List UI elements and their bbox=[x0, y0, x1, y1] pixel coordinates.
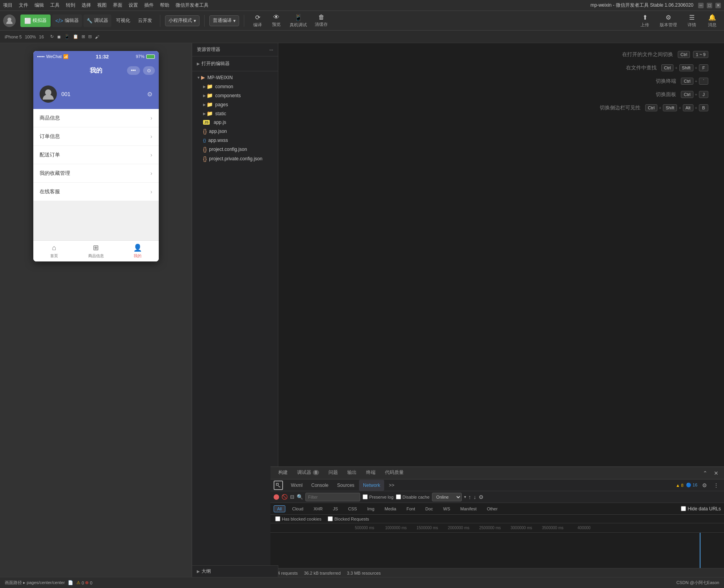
copy-icon[interactable]: ⊞ bbox=[82, 34, 85, 39]
list-item[interactable]: 在线客服 › bbox=[33, 183, 159, 201]
blocked-cookies-check[interactable] bbox=[275, 516, 280, 521]
tab-products[interactable]: ⊞ 商品信息 bbox=[75, 241, 117, 261]
details-btn[interactable]: ☰ 详情 bbox=[683, 12, 700, 29]
messages-btn[interactable]: 🔔 消息 bbox=[704, 12, 721, 29]
file-appjson[interactable]: {} app.json bbox=[192, 127, 278, 136]
has-blocked-cookies[interactable]: Has blocked cookies bbox=[275, 516, 321, 521]
compile-action-btn[interactable]: ⟳ 编译 bbox=[249, 12, 266, 29]
filter-css[interactable]: CSS bbox=[345, 505, 361, 512]
cloud-btn[interactable]: 云开发 bbox=[135, 15, 155, 27]
inspect-element-btn[interactable] bbox=[274, 481, 283, 490]
menu-item-goto[interactable]: 转到 bbox=[66, 2, 75, 9]
filter-manifest[interactable]: Manifest bbox=[457, 505, 480, 512]
filter-xhr[interactable]: XHR bbox=[310, 505, 326, 512]
open-editors-header[interactable]: ▶ 打开的编辑器 bbox=[192, 58, 278, 69]
tablet-icon[interactable]: 📋 bbox=[73, 34, 78, 39]
preserve-log-check[interactable] bbox=[363, 494, 368, 499]
stop-icon[interactable]: ⏹ bbox=[57, 34, 61, 39]
refresh-icon[interactable]: ↻ bbox=[50, 34, 54, 39]
close-button[interactable]: ✕ bbox=[715, 3, 721, 8]
visualize-btn[interactable]: 可视化 bbox=[113, 15, 133, 27]
file-appjs[interactable]: JS app.js bbox=[192, 118, 278, 127]
menu-item-project[interactable]: 项目 bbox=[3, 2, 13, 9]
search-icon[interactable]: 🔍 bbox=[297, 494, 303, 500]
preserve-log-checkbox[interactable]: Preserve log bbox=[363, 494, 394, 499]
tab-problems[interactable]: 问题 bbox=[324, 467, 343, 479]
list-item[interactable]: 我的收藏管理 › bbox=[33, 164, 159, 183]
tab-terminal[interactable]: 终端 bbox=[361, 467, 380, 479]
clear-cache-btn[interactable]: 🗑 清缓存 bbox=[312, 12, 331, 29]
nav-menu-btn[interactable]: ••• bbox=[127, 66, 140, 75]
more-options-icon[interactable]: ··· bbox=[269, 47, 273, 53]
folder-common[interactable]: ▶ 📁 common bbox=[192, 82, 278, 91]
folder-static[interactable]: ▶ 📁 static bbox=[192, 109, 278, 118]
menu-item-select[interactable]: 选择 bbox=[82, 2, 91, 9]
subtab-console[interactable]: Console bbox=[307, 480, 332, 491]
qr-icon[interactable]: ⊟ bbox=[88, 34, 92, 39]
subtab-wxml[interactable]: Wxml bbox=[287, 480, 307, 491]
nav-camera-btn[interactable]: ⊙ bbox=[143, 66, 155, 75]
blocked-requests[interactable]: Blocked Requests bbox=[328, 516, 369, 521]
tab-quality[interactable]: 代码质量 bbox=[380, 467, 408, 479]
subtab-network[interactable]: Network bbox=[359, 480, 384, 491]
folder-pages[interactable]: ▶ 📁 pages bbox=[192, 100, 278, 109]
upload-throttle-icon[interactable]: ↑ bbox=[468, 494, 471, 500]
upload-btn[interactable]: ⬆ 上传 bbox=[636, 12, 653, 29]
menu-item-edit[interactable]: 编辑 bbox=[34, 2, 44, 9]
menu-item-file[interactable]: 文件 bbox=[19, 2, 28, 9]
list-item[interactable]: 配送订单 › bbox=[33, 146, 159, 164]
download-throttle-icon[interactable]: ↓ bbox=[474, 494, 476, 500]
preview-btn[interactable]: 👁 预览 bbox=[268, 12, 285, 29]
filter-cloud[interactable]: Cloud bbox=[289, 505, 307, 512]
filter-font[interactable]: Font bbox=[403, 505, 419, 512]
tab-home[interactable]: ⌂ 首页 bbox=[33, 241, 75, 261]
brush-icon[interactable]: 🖌 bbox=[95, 34, 99, 39]
filter-media[interactable]: Media bbox=[381, 505, 400, 512]
menu-item-wx-tools[interactable]: 微信开发者工具 bbox=[176, 2, 209, 9]
filter-js[interactable]: JS bbox=[329, 505, 341, 512]
collapse-panel-btn[interactable]: ⌃ bbox=[700, 468, 710, 478]
outline-header[interactable]: ▶ 大纲 bbox=[192, 568, 278, 575]
subtab-sources[interactable]: Sources bbox=[333, 480, 358, 491]
settings-icon[interactable]: ⚙ bbox=[700, 481, 709, 490]
clear-log-btn[interactable]: 🚫 bbox=[281, 494, 288, 500]
phone-frame-icon[interactable]: 📱 bbox=[64, 34, 70, 39]
menu-item-tools[interactable]: 工具 bbox=[50, 2, 60, 9]
more-options-icon[interactable]: ⋮ bbox=[711, 481, 721, 490]
tab-output[interactable]: 输出 bbox=[343, 467, 361, 479]
menu-item-plugins[interactable]: 插件 bbox=[144, 2, 154, 9]
tab-debugger[interactable]: 调试器 8 bbox=[292, 467, 324, 479]
menu-item-view[interactable]: 视图 bbox=[97, 2, 107, 9]
blocked-requests-check[interactable] bbox=[328, 516, 333, 521]
compile-selector[interactable]: 普通编译 ▾ bbox=[209, 15, 239, 26]
disable-cache-checkbox[interactable]: Disable cache bbox=[396, 494, 430, 499]
filter-other[interactable]: Other bbox=[483, 505, 501, 512]
menu-item-help[interactable]: 帮助 bbox=[160, 2, 169, 9]
network-settings-icon[interactable]: ⚙ bbox=[479, 494, 484, 500]
filter-doc[interactable]: Doc bbox=[422, 505, 437, 512]
mode-selector[interactable]: 小程序模式 ▾ bbox=[165, 15, 200, 26]
menu-item-interface[interactable]: 界面 bbox=[113, 2, 122, 9]
hide-data-urls-check[interactable] bbox=[681, 506, 686, 511]
record-btn[interactable] bbox=[274, 494, 279, 500]
network-throttle-select[interactable]: Online Slow 3G Fast 3G Offline bbox=[432, 493, 462, 501]
list-item[interactable]: 商品信息 › bbox=[33, 109, 159, 127]
debugger-btn[interactable]: 🔧 调试器 bbox=[83, 15, 111, 27]
file-projectprivateconfig[interactable]: {} project.private.config.json bbox=[192, 154, 278, 163]
tab-build[interactable]: 构建 bbox=[274, 467, 292, 479]
simulator-btn[interactable]: ⬜ 模拟器 bbox=[20, 15, 51, 27]
filter-input[interactable] bbox=[305, 493, 360, 501]
filter-icon[interactable]: ⊟ bbox=[290, 494, 294, 500]
maximize-button[interactable]: □ bbox=[707, 3, 712, 8]
version-btn[interactable]: ⚙ 版本管理 bbox=[657, 12, 680, 29]
menu-item-settings[interactable]: 设置 bbox=[129, 2, 138, 9]
close-panel-btn[interactable]: ✕ bbox=[711, 468, 721, 478]
editor-btn[interactable]: </> 编辑器 bbox=[52, 15, 82, 27]
file-projectconfig[interactable]: {} project.config.json bbox=[192, 145, 278, 154]
folder-components[interactable]: ▶ 📁 components bbox=[192, 91, 278, 100]
minimize-button[interactable]: ─ bbox=[698, 3, 704, 8]
filter-all[interactable]: All bbox=[274, 505, 285, 512]
list-item[interactable]: 订单信息 › bbox=[33, 127, 159, 146]
tab-mine[interactable]: 👤 我的 bbox=[117, 241, 159, 261]
filter-img[interactable]: Img bbox=[364, 505, 378, 512]
